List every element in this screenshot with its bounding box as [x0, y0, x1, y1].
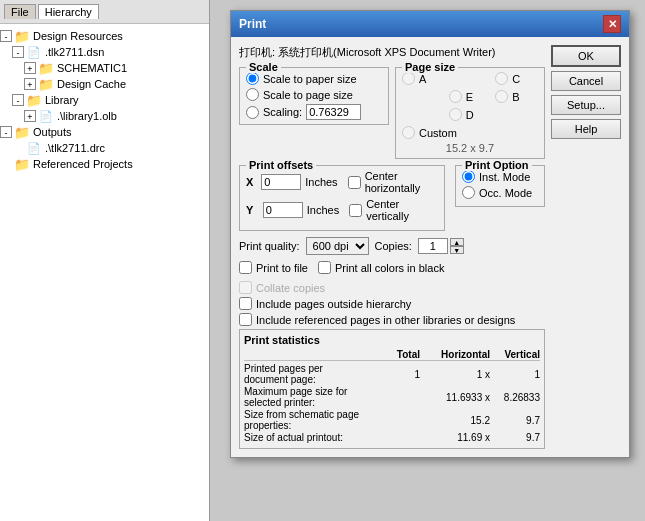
- center-v-label: Center vertically: [366, 198, 438, 222]
- page-size-options: A C E: [402, 72, 538, 124]
- stats-v-1: 8.26833: [490, 392, 540, 403]
- print-option-box: Print Option Inst. Mode Occ. Mode: [455, 165, 545, 207]
- x-offset-input[interactable]: [261, 174, 301, 190]
- tree-label-outputs: Outputs: [33, 126, 72, 138]
- page-custom-radio[interactable]: [402, 126, 415, 139]
- stats-label-2: Size from schematic page properties:: [244, 409, 360, 431]
- file-icon: 📄: [26, 141, 42, 155]
- close-button[interactable]: ✕: [603, 15, 621, 33]
- scale-option2-row: Scale to page size: [246, 88, 382, 101]
- include-referenced-checkbox[interactable]: [239, 313, 252, 326]
- print-all-colors-checkbox[interactable]: [318, 261, 331, 274]
- page-d-radio[interactable]: [449, 108, 462, 121]
- page-b-radio[interactable]: [495, 90, 508, 103]
- dialog-body: 打印机: 系统打印机(Microsoft XPS Document Writer…: [231, 37, 629, 457]
- stats-h-3: 11.69 x: [420, 432, 490, 443]
- page-e-radio[interactable]: [449, 90, 462, 103]
- tree-item-design-cache[interactable]: +📁Design Cache: [0, 76, 209, 92]
- help-button[interactable]: Help: [551, 119, 621, 139]
- inst-mode-radio[interactable]: [462, 170, 475, 183]
- tree-content: -📁Design Resources-📄.tlk2711.dsn+📁SCHEMA…: [0, 24, 209, 176]
- page-d-row: D: [449, 108, 492, 121]
- dialog-buttons: OK Cancel Setup... Help: [551, 45, 621, 449]
- page-c-radio[interactable]: [495, 72, 508, 85]
- offsets-box: Print offsets X Inches Center horizontal…: [239, 165, 445, 231]
- cancel-button[interactable]: Cancel: [551, 71, 621, 91]
- tab-file[interactable]: File: [4, 4, 36, 19]
- scale-group: Scale Scale to paper size Scale to page …: [239, 67, 389, 165]
- print-option-section: Print Option Inst. Mode Occ. Mode: [455, 165, 545, 237]
- scaling-input[interactable]: [306, 104, 361, 120]
- expander-design-resources[interactable]: -: [0, 30, 12, 42]
- statistics-rows: Printed pages per document page:11 x1Max…: [244, 363, 540, 443]
- expander-tlk2711-dsn[interactable]: -: [12, 46, 24, 58]
- offsets-option-row: Print offsets X Inches Center horizontal…: [239, 165, 545, 237]
- expander-schematic1[interactable]: +: [24, 62, 36, 74]
- expander-design-cache[interactable]: +: [24, 78, 36, 90]
- stats-h-2: 15.2: [420, 415, 490, 426]
- center-h-label: Center horizontally: [365, 170, 438, 194]
- page-size-group: Page size A C: [395, 67, 545, 165]
- ok-button[interactable]: OK: [551, 45, 621, 67]
- expander-library1-olb[interactable]: +: [24, 110, 36, 122]
- tree-item-outputs[interactable]: -📁Outputs: [0, 124, 209, 140]
- statistics-header: Total Horizontal Vertical: [244, 349, 540, 361]
- print-option-title: Print Option: [462, 159, 532, 171]
- occ-mode-radio[interactable]: [462, 186, 475, 199]
- center-v-checkbox[interactable]: [349, 204, 362, 217]
- inst-mode-row: Inst. Mode: [462, 170, 538, 183]
- print-all-colors-label: Print all colors in black: [335, 262, 444, 274]
- tree-item-tlk2711-drc[interactable]: 📄.\tlk2711.drc: [0, 140, 209, 156]
- header-total: Total: [360, 349, 420, 360]
- stats-row-3: Size of actual printout:11.69 x9.7: [244, 432, 540, 443]
- stats-h-1: 11.6933 x: [420, 392, 490, 403]
- scale-to-page-radio[interactable]: [246, 88, 259, 101]
- tree-item-library[interactable]: -📁Library: [0, 92, 209, 108]
- stats-label-1: Maximum page size for selected printer:: [244, 386, 360, 408]
- dialog-overlay: Print ✕ 打印机: 系统打印机(Microsoft XPS Documen…: [210, 0, 645, 521]
- collate-row: Collate copies: [239, 281, 545, 294]
- expander-outputs[interactable]: -: [0, 126, 12, 138]
- stats-v-2: 9.7: [490, 415, 540, 426]
- folder-icon: 📁: [14, 125, 30, 139]
- page-b-label: B: [512, 91, 519, 103]
- copies-input[interactable]: [418, 238, 448, 254]
- tree-item-library1-olb[interactable]: +📄.\library1.olb: [0, 108, 209, 124]
- tree-item-schematic1[interactable]: +📁SCHEMATIC1: [0, 60, 209, 76]
- tree-label-referenced-projects: Referenced Projects: [33, 158, 133, 170]
- folder-icon: 📁: [38, 61, 54, 75]
- scale-to-paper-radio[interactable]: [246, 72, 259, 85]
- expander-library[interactable]: -: [12, 94, 24, 106]
- copies-label: Copies:: [375, 240, 412, 252]
- page-a-radio[interactable]: [402, 72, 415, 85]
- folder-icon: 📁: [26, 93, 42, 107]
- tree-item-referenced-projects[interactable]: 📁Referenced Projects: [0, 156, 209, 172]
- collate-checkbox[interactable]: [239, 281, 252, 294]
- copies-up-button[interactable]: ▲: [450, 238, 464, 246]
- header-vertical: Vertical: [490, 349, 540, 360]
- tree-item-tlk2711-dsn[interactable]: -📄.tlk2711.dsn: [0, 44, 209, 60]
- custom-size-value: 15.2 x 9.7: [402, 142, 538, 154]
- page-a-label: A: [419, 73, 426, 85]
- print-to-file-checkbox[interactable]: [239, 261, 252, 274]
- tree-label-schematic1: SCHEMATIC1: [57, 62, 127, 74]
- file-icon: 📄: [38, 109, 54, 123]
- tree-item-design-resources[interactable]: -📁Design Resources: [0, 28, 209, 44]
- copies-spinner: ▲ ▼: [418, 238, 464, 254]
- setup-button[interactable]: Setup...: [551, 95, 621, 115]
- center-h-checkbox[interactable]: [348, 176, 361, 189]
- scale-pagesize-row: Scale Scale to paper size Scale to page …: [239, 67, 545, 165]
- stats-h-0: 1 x: [420, 369, 490, 380]
- quality-select[interactable]: 600 dpi: [306, 237, 369, 255]
- tab-hierarchy[interactable]: Hierarchy: [38, 4, 99, 19]
- copies-down-button[interactable]: ▼: [450, 246, 464, 254]
- scale-to-paper-label: Scale to paper size: [263, 73, 357, 85]
- y-unit: Inches: [307, 204, 339, 216]
- include-outside-checkbox[interactable]: [239, 297, 252, 310]
- scaling-radio[interactable]: [246, 106, 259, 119]
- dialog-title: Print: [239, 17, 266, 31]
- y-offset-input[interactable]: [263, 202, 303, 218]
- stats-v-0: 1: [490, 369, 540, 380]
- header-horizontal: Horizontal: [420, 349, 490, 360]
- include-referenced-label: Include referenced pages in other librar…: [256, 314, 515, 326]
